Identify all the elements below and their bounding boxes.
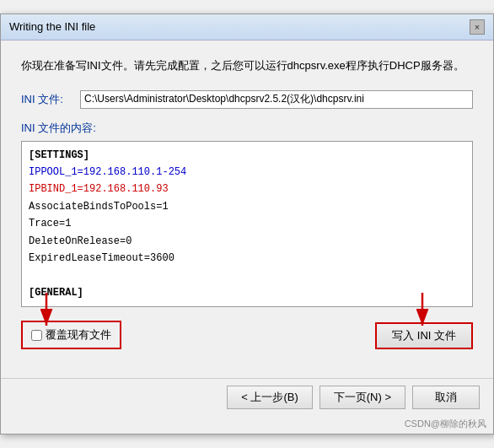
watermark: CSDN@柳除的秋风	[1, 416, 493, 434]
bottom-area: 覆盖现有文件 写入 INI 文件	[21, 321, 473, 349]
overwrite-checkbox[interactable]	[31, 330, 42, 341]
ini-line-ippool: IPPOOL_1=192.168.110.1-254	[29, 164, 465, 181]
content-area: 你现在准备写INI文件。请先完成配置，之后您可以运行dhcpsrv.exe程序执…	[1, 40, 493, 378]
ini-line-expired: ExpiredLeaseTimeout=3600	[29, 250, 465, 267]
description-text: 你现在准备写INI文件。请先完成配置，之后您可以运行dhcpsrv.exe程序执…	[21, 57, 473, 75]
ini-file-row: INI 文件:	[21, 90, 473, 109]
next-button[interactable]: 下一页(N) >	[319, 386, 405, 409]
ini-line-empty	[29, 267, 465, 283]
ini-content-label: INI 文件的内容:	[21, 121, 473, 136]
write-ini-button[interactable]: 写入 INI 文件	[375, 322, 473, 349]
ini-content-box: [SETTINGS] IPPOOL_1=192.168.110.1-254 IP…	[21, 141, 473, 308]
ini-line-delete: DeleteOnRelease=0	[29, 233, 465, 250]
prev-button[interactable]: < 上一步(B)	[227, 386, 313, 409]
ini-line-general: [GENERAL]	[29, 284, 465, 301]
overwrite-label: 覆盖现有文件	[46, 327, 111, 343]
main-window: Writing the INI file × 你现在准备写INI文件。请先完成配…	[0, 13, 494, 435]
ini-file-label: INI 文件:	[21, 92, 80, 107]
overwrite-checkbox-area: 覆盖现有文件	[21, 321, 121, 349]
ini-line-trace: Trace=1	[29, 215, 465, 232]
title-bar: Writing the INI file ×	[1, 14, 493, 40]
ini-line-ipbind: IPBIND_1=192.168.110.93	[29, 181, 465, 197]
close-button[interactable]: ×	[470, 19, 485, 35]
nav-bar: < 上一步(B) 下一页(N) > 取消	[1, 378, 493, 416]
ini-line-assoc: AssociateBindsToPools=1	[29, 198, 465, 215]
ini-file-path-input[interactable]	[80, 90, 473, 109]
ini-line-settings: [SETTINGS]	[29, 147, 465, 164]
window-title: Writing the INI file	[9, 20, 95, 33]
cancel-button[interactable]: 取消	[412, 386, 480, 409]
